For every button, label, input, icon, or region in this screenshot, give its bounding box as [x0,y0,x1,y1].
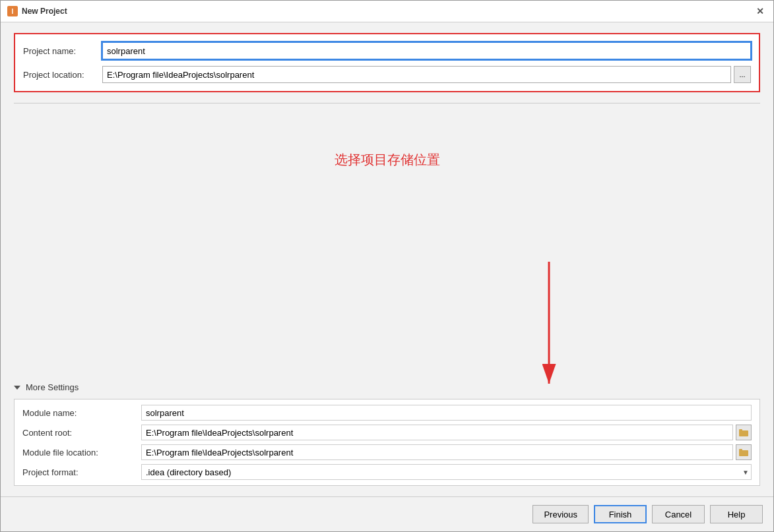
project-location-input[interactable] [102,66,731,83]
main-body: 选择项目存储位置 More Settings [14,103,760,486]
module-file-location-label: Module file location: [22,445,141,460]
dialog-window: I New Project ✕ Project name: Project lo… [0,0,774,532]
project-format-select[interactable]: .idea (directory based) .ipr (file based… [141,464,752,480]
settings-grid: Module name: Content root: [14,399,760,486]
app-icon: I [7,6,18,16]
project-format-label: Project format: [22,465,141,480]
module-name-label: Module name: [22,405,141,421]
project-name-input[interactable] [102,42,751,59]
content-root-row [141,425,752,440]
more-settings-header[interactable]: More Settings [14,382,760,392]
module-name-row [141,405,752,421]
module-file-location-browse-button[interactable] [736,444,752,460]
help-button[interactable]: Help [710,505,763,523]
separator-top [14,103,760,103]
top-section: Project name: Project location: ... [14,33,760,92]
more-settings-section: More Settings Module name: Content root: [14,382,760,486]
title-bar: I New Project ✕ [1,1,773,22]
cancel-button[interactable]: Cancel [652,505,705,523]
finish-button[interactable]: Finish [594,505,647,523]
center-annotation: 选择项目存储位置 [14,111,760,382]
project-location-label: Project location: [23,70,102,80]
dialog-buttons: Previous Finish Cancel Help [1,496,773,531]
dialog-content: Project name: Project location: ... 选择项目… [1,22,773,496]
module-file-location-input[interactable] [141,444,733,460]
project-name-label: Project name: [23,46,102,56]
content-root-browse-button[interactable] [736,425,752,440]
project-location-row: Project location: ... [23,66,751,83]
close-button[interactable]: ✕ [754,5,767,18]
module-name-input[interactable] [141,405,752,421]
project-name-row: Project name: [23,42,751,59]
collapse-icon [14,386,20,390]
previous-button[interactable]: Previous [532,505,589,523]
svg-rect-6 [739,449,742,451]
project-format-select-wrapper: .idea (directory based) .ipr (file based… [141,464,752,480]
content-root-label: Content root: [22,425,141,440]
project-format-row: .idea (directory based) .ipr (file based… [141,464,752,480]
dialog-title: New Project [22,7,67,16]
module-file-location-row [141,444,752,460]
svg-rect-5 [739,450,748,456]
svg-rect-4 [739,429,742,431]
content-root-input[interactable] [141,425,733,440]
browse-button[interactable]: ... [734,66,751,83]
more-settings-label: More Settings [26,382,79,392]
